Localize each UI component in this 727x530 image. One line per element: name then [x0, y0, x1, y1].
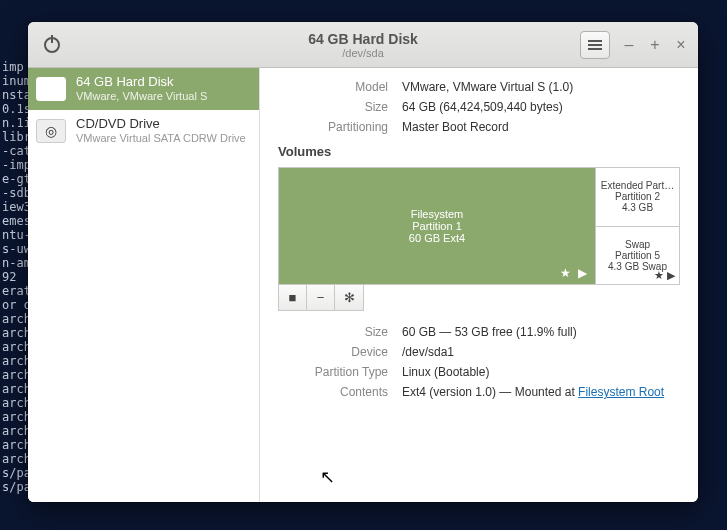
disc-icon: ◎	[36, 119, 66, 143]
volume-partition1[interactable]: Filesystem Partition 1 60 GB Ext4 ★ ▶	[279, 168, 595, 284]
star-play-icon: ★ ▶	[654, 269, 675, 282]
titlebar: 64 GB Hard Disk /dev/sda – + ×	[28, 22, 698, 68]
device-subtitle: VMware Virtual SATA CDRW Drive	[76, 132, 246, 146]
delete-button[interactable]: −	[307, 285, 335, 310]
label-partitioning: Partitioning	[278, 120, 388, 134]
contents-text: Ext4 (version 1.0) — Mounted at	[402, 385, 578, 399]
device-title: 64 GB Hard Disk	[76, 74, 207, 90]
disks-window: 64 GB Hard Disk /dev/sda – + × ▤ 64 GB H…	[28, 22, 698, 502]
star-play-icon: ★ ▶	[560, 266, 589, 280]
vol-label: Extended Part…	[598, 180, 677, 191]
value-size: 64 GB (64,424,509,440 bytes)	[402, 100, 680, 114]
vol-label: Partition 5	[598, 250, 677, 261]
value-partitioning: Master Boot Record	[402, 120, 680, 134]
volume-swap[interactable]: Swap Partition 5 4.3 GB Swap ★ ▶	[595, 226, 679, 285]
label-contents: Contents	[278, 385, 388, 399]
minimize-button[interactable]: –	[622, 36, 636, 54]
menu-button[interactable]	[580, 31, 610, 59]
vol-label: Partition 1	[412, 220, 462, 232]
label-model: Model	[278, 80, 388, 94]
sidebar-item-hdd[interactable]: ▤ 64 GB Hard Disk VMware, VMware Virtual…	[28, 68, 259, 110]
value-device: /dev/sda1	[402, 345, 680, 359]
label-ptype: Partition Type	[278, 365, 388, 379]
label-part-size: Size	[278, 325, 388, 339]
vol-label: 60 GB Ext4	[409, 232, 465, 244]
vol-label: Swap	[598, 239, 677, 250]
window-title: 64 GB Hard Disk	[308, 31, 418, 47]
body: ▤ 64 GB Hard Disk VMware, VMware Virtual…	[28, 68, 698, 502]
volume-side: Extended Part… Partition 2 4.3 GB Swap P…	[595, 168, 679, 284]
titlebar-right: – + ×	[580, 31, 688, 59]
partition-details: Size 60 GB — 53 GB free (11.9% full) Dev…	[278, 325, 680, 399]
vol-label: 4.3 GB	[598, 202, 677, 213]
value-contents: Ext4 (version 1.0) — Mounted at Filesyst…	[402, 385, 680, 399]
options-button[interactable]: ✻	[335, 285, 363, 310]
device-sidebar: ▤ 64 GB Hard Disk VMware, VMware Virtual…	[28, 68, 260, 502]
hamburger-icon	[588, 44, 602, 46]
volume-toolbar: ■ − ✻	[278, 285, 364, 311]
title-center: 64 GB Hard Disk /dev/sda	[308, 31, 418, 59]
vol-label: Filesystem	[411, 208, 464, 220]
stop-button[interactable]: ■	[279, 285, 307, 310]
close-button[interactable]: ×	[674, 36, 688, 54]
device-subtitle: VMware, VMware Virtual S	[76, 90, 207, 104]
hdd-icon: ▤	[36, 77, 66, 101]
volume-extended[interactable]: Extended Part… Partition 2 4.3 GB	[595, 168, 679, 226]
maximize-button[interactable]: +	[648, 36, 662, 54]
disk-info: Model VMware, VMware Virtual S (1.0) Siz…	[278, 80, 680, 134]
vol-label: Partition 2	[598, 191, 677, 202]
power-icon[interactable]	[44, 37, 60, 53]
volumes-heading: Volumes	[278, 144, 680, 159]
label-size: Size	[278, 100, 388, 114]
value-ptype: Linux (Bootable)	[402, 365, 680, 379]
volume-map: Filesystem Partition 1 60 GB Ext4 ★ ▶ Ex…	[278, 167, 680, 285]
device-title: CD/DVD Drive	[76, 116, 246, 132]
filesystem-root-link[interactable]: Filesystem Root	[578, 385, 664, 399]
label-device: Device	[278, 345, 388, 359]
window-subtitle: /dev/sda	[308, 47, 418, 59]
value-model: VMware, VMware Virtual S (1.0)	[402, 80, 680, 94]
main-panel: Model VMware, VMware Virtual S (1.0) Siz…	[260, 68, 698, 502]
value-part-size: 60 GB — 53 GB free (11.9% full)	[402, 325, 680, 339]
sidebar-item-cdrom[interactable]: ◎ CD/DVD Drive VMware Virtual SATA CDRW …	[28, 110, 259, 152]
